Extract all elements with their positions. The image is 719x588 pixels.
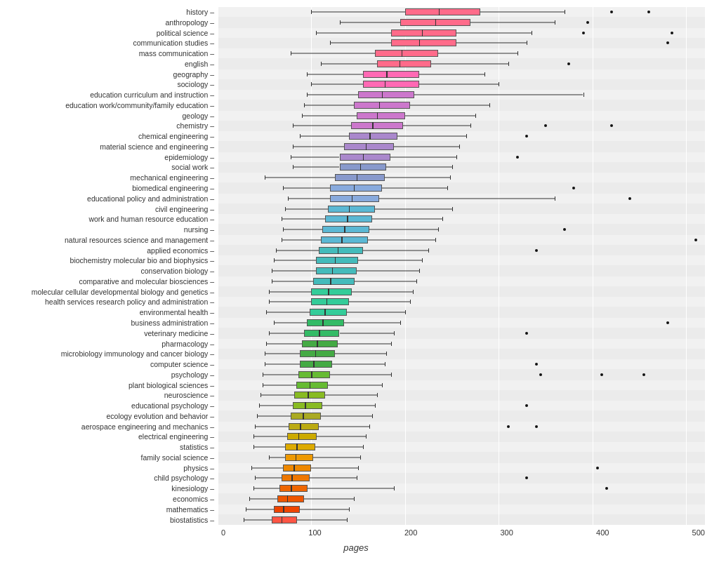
box-rect <box>319 247 363 254</box>
whisker-right <box>338 343 391 344</box>
y-label-mass-communication: mass communication – <box>7 48 214 58</box>
whisker-left <box>321 63 377 64</box>
x-tick-label: 0 <box>221 528 225 537</box>
whisker-cap-left <box>276 248 277 253</box>
box-rect <box>344 143 394 150</box>
box-row <box>218 411 705 421</box>
whisker-left <box>293 126 351 126</box>
whisker-cap-left <box>265 362 265 366</box>
whisker-cap-right <box>555 20 555 25</box>
whisker-left <box>300 136 348 137</box>
box-rect <box>283 465 311 472</box>
whisker-left <box>269 333 303 333</box>
median-line <box>385 81 386 88</box>
box-row <box>218 307 705 317</box>
whisker-right <box>438 53 517 54</box>
whisker-cap-left <box>316 31 317 35</box>
box-row <box>218 266 705 276</box>
box-row <box>218 235 705 245</box>
median-line <box>363 154 364 161</box>
median-line <box>377 112 378 119</box>
whisker-right <box>315 447 363 448</box>
whisker-cap-right <box>377 393 378 397</box>
outlier-dot <box>525 332 528 335</box>
box-row <box>218 494 705 504</box>
whisker-left <box>274 260 316 261</box>
whisker-cap-left <box>269 455 270 460</box>
outlier-dot <box>596 467 599 469</box>
whisker-cap-left <box>266 342 267 346</box>
whisker-right <box>410 105 489 105</box>
whisker-cap-left <box>302 114 303 118</box>
box-rect <box>307 319 344 326</box>
box-rect <box>313 278 355 285</box>
median-line <box>282 516 283 523</box>
outlier-dot <box>605 487 608 490</box>
box-rect <box>322 226 369 233</box>
whisker-right <box>382 188 447 189</box>
whisker-cap-left <box>291 51 291 55</box>
outlier-dot <box>610 124 613 127</box>
whisker-cap-right <box>484 72 485 76</box>
x-tick-label: 500 <box>692 528 705 537</box>
y-label-plant-biological-sciences: plant biological sciences – <box>7 380 214 390</box>
y-label-civil-engineering: civil engineering – <box>7 204 214 214</box>
box-rect <box>311 298 348 305</box>
box-rect <box>298 371 330 378</box>
y-axis-labels: history –anthropology –political science… <box>7 7 218 525</box>
whisker-cap-right <box>405 310 406 314</box>
whisker-left <box>263 385 296 385</box>
whisker-right <box>321 415 372 416</box>
y-label-educational-policy-and-administration: educational policy and administration – <box>7 194 214 203</box>
whisker-right <box>480 12 565 13</box>
median-line <box>341 236 343 243</box>
whisker-cap-left <box>293 123 293 128</box>
whisker-cap-left <box>253 445 254 449</box>
whisker-cap-right <box>382 383 383 387</box>
whisker-cap-right <box>419 269 420 273</box>
box-row <box>218 121 705 131</box>
median-line <box>283 506 284 513</box>
y-label-kinesiology: kinesiology – <box>7 483 214 493</box>
x-tick-labels: 0100200300400500 <box>221 528 705 537</box>
whisker-left <box>272 281 313 281</box>
outlier-dot <box>525 404 528 407</box>
y-label-communication-studies: communication studies – <box>7 38 214 48</box>
whisker-cap-right <box>416 279 417 283</box>
median-line <box>422 29 423 36</box>
whisker-left <box>253 447 285 448</box>
whisker-right <box>456 43 527 44</box>
whisker-left <box>269 457 285 457</box>
whisker-right <box>325 395 376 396</box>
box-rect <box>300 350 334 357</box>
whisker-cap-right <box>466 134 467 138</box>
box-row <box>218 194 705 203</box>
box-rect <box>363 71 419 78</box>
y-label-neuroscience: neuroscience – <box>7 390 214 400</box>
whisker-cap-right <box>565 10 565 14</box>
box-row <box>218 297 705 307</box>
box-row <box>218 100 705 110</box>
whisker-cap-left <box>311 82 312 86</box>
whisker-cap-right <box>410 300 411 304</box>
whisker-left <box>253 488 279 489</box>
box-rect <box>330 195 378 202</box>
x-axis-area: 0100200300400500 <box>221 525 705 537</box>
whisker-left <box>307 95 358 95</box>
median-line <box>349 206 350 213</box>
whisker-left <box>282 239 321 240</box>
box-row <box>218 432 705 441</box>
median-line <box>322 319 324 326</box>
median-line <box>419 39 421 46</box>
whisker-cap-left <box>282 217 282 221</box>
y-label-applied-economics: applied economics – <box>7 246 214 255</box>
box-row <box>218 246 705 255</box>
median-line <box>328 288 329 295</box>
whisker-left <box>266 343 302 344</box>
whisker-cap-right <box>394 331 395 335</box>
whisker-cap-left <box>255 425 256 429</box>
whisker-right <box>349 302 410 302</box>
box-rect <box>296 382 328 389</box>
box-row <box>218 463 705 473</box>
whisker-left <box>246 509 274 509</box>
